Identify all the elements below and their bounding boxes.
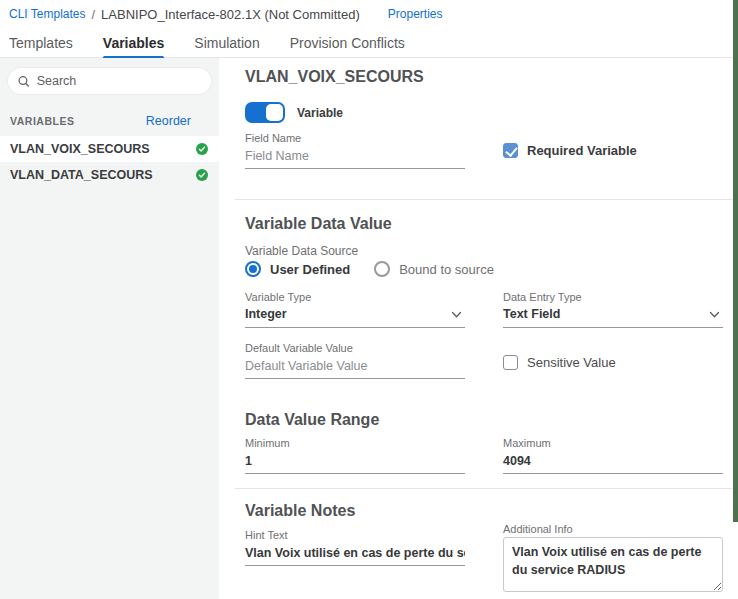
cli-template-variable-editor: CLI Templates / LABNIPO_Interface-802.1X… — [0, 0, 738, 599]
breadcrumb-template-name: LABNIPO_Interface-802.1X (Not Committed) — [101, 7, 360, 22]
sidebar-item-vlan-voix-secours[interactable]: VLAN_VOIX_SECOURS — [0, 136, 219, 162]
hint-text-label: Hint Text — [245, 529, 465, 541]
tab-bar: Templates Variables Simulation Provision… — [0, 28, 738, 58]
maximum-input[interactable] — [503, 453, 723, 474]
variables-list-header: VARIABLES Reorder — [10, 114, 191, 128]
variable-notes-heading: Variable Notes — [245, 502, 355, 520]
radio-user-defined-label: User Defined — [270, 262, 350, 277]
field-name-field: Field Name — [245, 132, 465, 169]
variable-name-label: VLAN_DATA_SECOURS — [10, 168, 153, 182]
toggle-knob — [266, 104, 283, 121]
sidebar-item-vlan-data-secours[interactable]: VLAN_DATA_SECOURS — [0, 162, 219, 188]
radio-bound-to-source-label: Bound to source — [399, 262, 494, 277]
sensitive-value-row[interactable]: Sensitive Value — [503, 355, 616, 370]
data-entry-type-value: Text Field — [503, 307, 560, 321]
variable-data-value-heading: Variable Data Value — [245, 215, 392, 233]
radio-icon — [245, 261, 261, 277]
properties-link[interactable]: Properties — [388, 7, 443, 21]
window-edge-strip — [733, 0, 738, 522]
variable-detail-panel: VLAN_VOIX_SECOURS Variable Field Name Re… — [219, 58, 738, 599]
minimum-field: Minimum — [245, 437, 465, 474]
variables-header-label: VARIABLES — [10, 115, 74, 127]
sensitive-value-label: Sensitive Value — [527, 355, 616, 370]
data-entry-type-field: Data Entry Type Text Field — [503, 291, 723, 328]
radio-bound-to-source[interactable]: Bound to source — [374, 261, 494, 277]
check-circle-icon — [196, 169, 208, 181]
variable-data-source-label: Variable Data Source — [245, 244, 358, 258]
variable-type-select[interactable]: Integer — [245, 307, 465, 328]
required-variable-row[interactable]: Required Variable — [503, 143, 637, 158]
variable-toggle-row: Variable — [245, 102, 343, 123]
chevron-down-icon — [708, 308, 721, 321]
radio-user-defined[interactable]: User Defined — [245, 261, 350, 277]
page-title: VLAN_VOIX_SECOURS — [245, 68, 424, 86]
maximum-label: Maximum — [503, 437, 723, 449]
variable-toggle-label: Variable — [297, 106, 343, 120]
tab-simulation[interactable]: Simulation — [194, 28, 259, 57]
breadcrumb-cli-templates-link[interactable]: CLI Templates — [9, 7, 85, 21]
data-entry-type-select[interactable]: Text Field — [503, 307, 723, 328]
reorder-link[interactable]: Reorder — [146, 114, 191, 128]
variable-data-source-options: User Defined Bound to source — [245, 261, 494, 277]
required-variable-label: Required Variable — [527, 143, 637, 158]
search-input[interactable] — [37, 74, 201, 88]
additional-info-textarea[interactable]: Vlan Voix utilisé en cas de perte du ser… — [503, 537, 723, 592]
variables-sidebar: VARIABLES Reorder VLAN_VOIX_SECOURS VLAN… — [0, 58, 219, 599]
default-variable-value-label: Default Variable Value — [245, 342, 465, 354]
variable-type-value: Integer — [245, 307, 287, 321]
required-variable-checkbox[interactable] — [503, 143, 518, 158]
default-variable-value-input[interactable] — [245, 358, 465, 379]
sensitive-value-checkbox[interactable] — [503, 355, 518, 370]
chevron-down-icon — [450, 308, 463, 321]
tab-templates[interactable]: Templates — [9, 28, 73, 57]
minimum-input[interactable] — [245, 453, 465, 474]
check-circle-icon — [196, 143, 208, 155]
maximum-field: Maximum — [503, 437, 723, 474]
data-value-range-heading: Data Value Range — [245, 411, 379, 429]
tab-provision-conflicts[interactable]: Provision Conflicts — [290, 28, 405, 57]
hint-text-field: Hint Text — [245, 529, 465, 566]
section-divider — [235, 488, 732, 489]
breadcrumb: CLI Templates / LABNIPO_Interface-802.1X… — [0, 0, 738, 28]
breadcrumb-separator: / — [91, 7, 95, 22]
section-divider — [235, 199, 732, 200]
data-entry-type-label: Data Entry Type — [503, 291, 723, 303]
minimum-label: Minimum — [245, 437, 465, 449]
additional-info-label: Additional Info — [503, 523, 573, 535]
field-name-input[interactable] — [245, 148, 465, 169]
variable-toggle[interactable] — [245, 102, 285, 123]
default-variable-value-field: Default Variable Value — [245, 342, 465, 379]
variable-type-field: Variable Type Integer — [245, 291, 465, 328]
radio-icon — [374, 261, 390, 277]
variable-type-label: Variable Type — [245, 291, 465, 303]
search-box[interactable] — [8, 68, 211, 94]
hint-text-input[interactable] — [245, 545, 465, 566]
field-name-label: Field Name — [245, 132, 465, 144]
tab-variables[interactable]: Variables — [103, 28, 165, 57]
search-icon — [18, 75, 30, 88]
variable-name-label: VLAN_VOIX_SECOURS — [10, 142, 150, 156]
